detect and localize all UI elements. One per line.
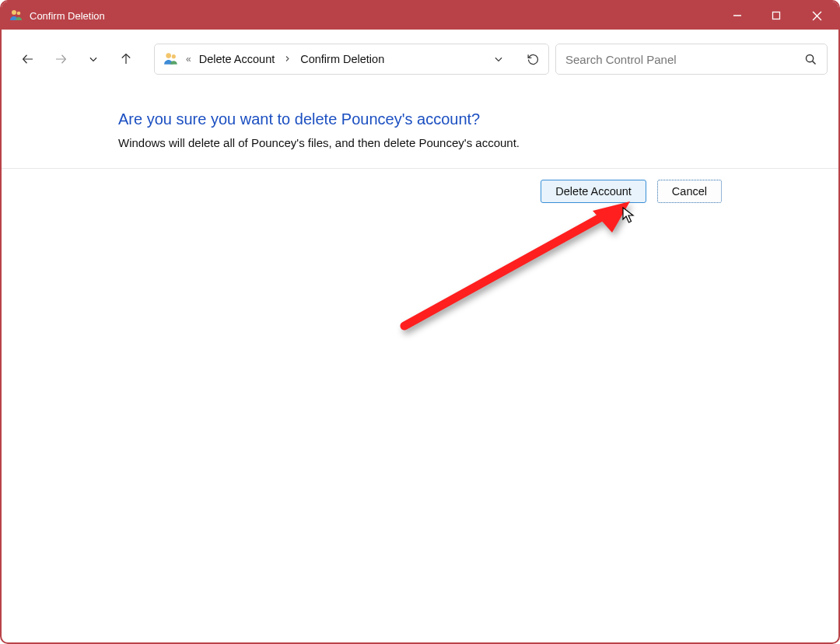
delete-account-button[interactable]: Delete Account	[541, 180, 646, 203]
cancel-button[interactable]: Cancel	[657, 180, 722, 203]
svg-line-12	[812, 61, 815, 64]
annotation-arrow	[397, 201, 638, 334]
maximize-button[interactable]	[757, 2, 796, 30]
window-controls	[718, 2, 838, 30]
search-box[interactable]	[555, 44, 828, 75]
breadcrumb-overflow-icon[interactable]: «	[184, 54, 193, 65]
window-frame: Confirm Deletion	[0, 0, 840, 644]
window-title: Confirm Deletion	[30, 10, 105, 22]
search-input[interactable]	[564, 52, 802, 67]
chevron-right-icon[interactable]	[281, 54, 294, 64]
address-bar[interactable]: « Delete Account Confirm Deletion	[154, 44, 549, 75]
nav-arrows	[20, 51, 134, 67]
back-button[interactable]	[20, 51, 36, 67]
svg-line-13	[404, 211, 613, 326]
svg-rect-3	[773, 12, 780, 19]
titlebar[interactable]: Confirm Deletion	[2, 2, 838, 30]
up-button[interactable]	[118, 51, 134, 67]
page-description: Windows will delete all of Pouncey's fil…	[118, 136, 838, 149]
svg-point-1	[17, 12, 21, 16]
svg-point-11	[806, 54, 813, 61]
svg-point-0	[12, 10, 16, 15]
svg-point-10	[172, 54, 176, 58]
nav-row: « Delete Account Confirm Deletion	[2, 30, 838, 89]
minimize-button[interactable]	[718, 2, 757, 30]
search-icon[interactable]	[802, 51, 819, 68]
breadcrumb-confirm-deletion[interactable]: Confirm Deletion	[299, 51, 386, 67]
breadcrumb-delete-account[interactable]: Delete Account	[198, 51, 277, 67]
address-history-button[interactable]	[489, 50, 508, 68]
svg-point-9	[166, 53, 171, 58]
forward-button[interactable]	[53, 51, 68, 67]
close-button[interactable]	[796, 2, 838, 30]
button-row: Delete Account Cancel	[2, 169, 838, 203]
cursor-icon	[622, 207, 636, 224]
user-accounts-icon	[9, 9, 23, 23]
recent-locations-button[interactable]	[86, 51, 101, 67]
svg-marker-14	[593, 201, 630, 233]
user-accounts-icon	[163, 51, 180, 68]
refresh-button[interactable]	[523, 50, 542, 68]
page-heading: Are you sure you want to delete Pouncey'…	[118, 110, 838, 128]
content-area: Are you sure you want to delete Pouncey'…	[2, 110, 838, 149]
